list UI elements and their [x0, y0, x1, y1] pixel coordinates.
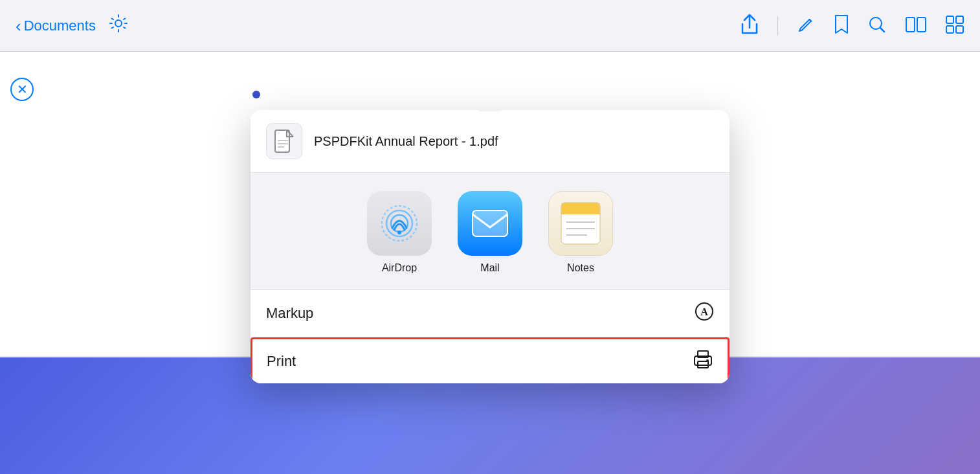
print-action[interactable]: Print — [251, 337, 729, 383]
svg-rect-15 — [473, 210, 507, 236]
markup-label: Markup — [266, 305, 313, 322]
nav-bar: ‹ Documents — [0, 0, 980, 52]
print-label: Print — [267, 353, 296, 370]
share-icon — [740, 14, 759, 36]
markup-icon: A — [695, 302, 714, 325]
doc-dot — [252, 91, 260, 98]
nav-left: ‹ Documents — [16, 14, 128, 38]
share-button[interactable] — [740, 14, 759, 38]
svg-rect-6 — [956, 26, 963, 33]
chevron-left-icon: ‹ — [16, 17, 21, 34]
printer-icon — [693, 350, 713, 369]
gear-icon — [109, 14, 128, 33]
mail-svg — [471, 209, 509, 238]
actions-section: Markup A Print — [251, 290, 729, 383]
svg-rect-1 — [906, 17, 915, 32]
markup-action[interactable]: Markup A — [251, 290, 729, 337]
search-button[interactable] — [867, 15, 887, 37]
close-button[interactable]: ✕ — [10, 78, 34, 101]
grid-icon — [945, 15, 964, 34]
pen-icon — [796, 15, 816, 34]
airdrop-icon — [367, 191, 432, 256]
annotate-button[interactable] — [796, 15, 816, 37]
file-icon-wrapper — [266, 123, 302, 159]
notes-svg — [559, 200, 603, 247]
mail-icon — [458, 191, 522, 256]
svg-rect-17 — [561, 203, 600, 216]
markup-action-icon: A — [695, 302, 714, 321]
grid-button[interactable] — [945, 15, 964, 37]
notes-icon — [548, 191, 613, 256]
svg-rect-2 — [917, 17, 926, 32]
svg-text:A: A — [700, 306, 708, 317]
share-sheet: PSPDFKit Annual Report - 1.pdf — [251, 110, 729, 383]
airdrop-app[interactable]: AirDrop — [367, 191, 432, 274]
apps-section: AirDrop Mail — [251, 173, 729, 290]
airdrop-label: AirDrop — [382, 262, 417, 274]
notes-app[interactable]: Notes — [548, 191, 613, 274]
content-area: ✕ PSPDFKit Annual Report - 1.pdf — [0, 52, 980, 474]
library-button[interactable] — [905, 16, 927, 36]
svg-rect-3 — [946, 16, 953, 23]
mail-app[interactable]: Mail — [458, 191, 522, 274]
svg-point-14 — [397, 231, 401, 234]
bookmark-icon — [834, 14, 849, 35]
nav-right — [740, 14, 964, 38]
file-name: PSPDFKit Annual Report - 1.pdf — [314, 134, 498, 149]
file-header: PSPDFKit Annual Report - 1.pdf — [251, 110, 729, 173]
svg-rect-4 — [956, 16, 963, 23]
document-icon — [274, 129, 295, 153]
airdrop-svg — [380, 204, 419, 243]
print-icon — [693, 350, 713, 373]
gear-button[interactable] — [109, 14, 128, 38]
back-label: Documents — [24, 17, 96, 34]
svg-point-28 — [706, 359, 709, 362]
mail-label: Mail — [480, 262, 499, 274]
library-icon — [905, 16, 927, 34]
notes-label: Notes — [567, 262, 594, 274]
nav-divider — [777, 16, 778, 36]
search-icon — [867, 15, 887, 34]
close-icon: ✕ — [17, 82, 28, 97]
bookmark-button[interactable] — [834, 14, 849, 38]
svg-rect-5 — [946, 26, 953, 33]
back-button[interactable]: ‹ Documents — [16, 17, 96, 34]
